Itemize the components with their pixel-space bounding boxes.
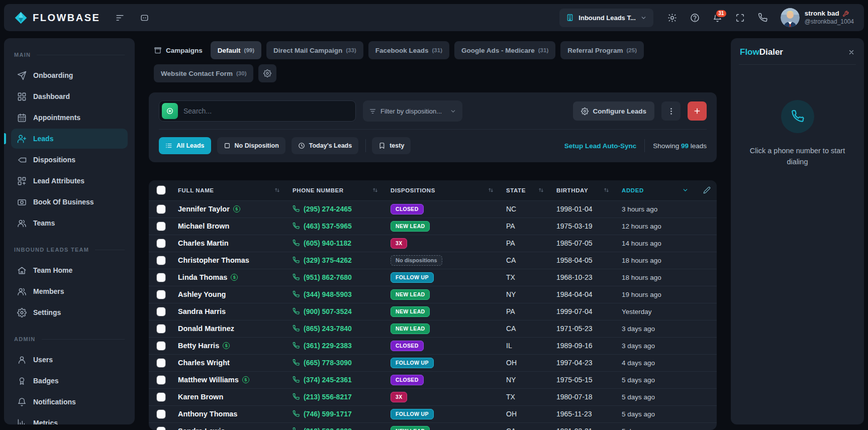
sidebar-item-lead-attributes[interactable]: Lead Attributes: [11, 171, 128, 191]
sidebar-item-book-of-business[interactable]: Book Of Business: [11, 192, 128, 212]
filter-chip-today-s-leads[interactable]: Today's Leads: [292, 137, 358, 154]
campaign-tab-direct-mail-campaign[interactable]: Direct Mail Campaign(33): [266, 41, 363, 59]
full-name-cell[interactable]: Michael Brown: [172, 218, 286, 235]
bookmark-icon: [378, 142, 385, 149]
full-name-cell[interactable]: Betty Harris$: [172, 337, 286, 354]
select-all-checkbox[interactable]: [157, 186, 165, 194]
row-checkbox[interactable]: [157, 290, 165, 299]
phone-number-cell[interactable]: (605) 940-1182: [286, 235, 384, 252]
sidebar-item-onboarding[interactable]: Onboarding: [11, 65, 128, 85]
user-avatar[interactable]: [781, 8, 800, 27]
divider: [644, 139, 645, 152]
disposition-filter-dropdown[interactable]: Filter by disposition...: [363, 100, 462, 122]
full-name-cell[interactable]: Jennifer Taylor$: [172, 200, 286, 218]
full-name-cell[interactable]: Charles Wright: [172, 354, 286, 371]
full-name-cell[interactable]: Ashley Young: [172, 286, 286, 303]
column-header-birthday[interactable]: BIRTHDAY: [550, 180, 616, 200]
column-header-full-name[interactable]: FULL NAME: [172, 180, 286, 200]
full-name-cell[interactable]: Christopher Thomas: [172, 252, 286, 269]
filter-chip-testy[interactable]: testy: [372, 137, 411, 154]
full-name-cell[interactable]: Anthony Thomas: [172, 405, 286, 422]
close-icon[interactable]: [848, 49, 855, 56]
dispositions-cell: FOLLOW UP: [384, 354, 500, 371]
campaign-tab-facebook-leads[interactable]: Facebook Leads(31): [368, 41, 449, 59]
filter-chip-all-leads[interactable]: All Leads: [159, 137, 211, 154]
notifications-button[interactable]: 31: [713, 13, 722, 23]
campaign-tab-referral-program[interactable]: Referral Program(25): [560, 41, 644, 59]
row-checkbox[interactable]: [157, 359, 165, 367]
campaign-tab-website-contact-form[interactable]: Website Contact Form(30): [154, 64, 253, 82]
full-name-cell[interactable]: Matthew Williams$: [172, 371, 286, 388]
full-name-cell[interactable]: Karen Brown: [172, 388, 286, 405]
sidebar-item-dispositions[interactable]: Dispositions: [11, 150, 128, 170]
search-plus-icon[interactable]: [162, 103, 178, 119]
phone-number-cell[interactable]: (295) 274-2465: [286, 200, 384, 218]
phone-number-cell[interactable]: (865) 243-7840: [286, 320, 384, 337]
search-input[interactable]: [178, 107, 350, 115]
column-header-dispositions[interactable]: DISPOSITIONS: [384, 180, 500, 200]
team-selector-dropdown[interactable]: Inbound Leads T...: [559, 9, 653, 27]
row-checkbox[interactable]: [157, 273, 165, 282]
phone-number-cell[interactable]: (463) 537-5965: [286, 218, 384, 235]
phone-number-cell[interactable]: (951) 862-7680: [286, 269, 384, 286]
sidebar-item-members[interactable]: Members: [11, 281, 128, 301]
phone-number-cell[interactable]: (329) 375-4262: [286, 252, 384, 269]
phone-number-cell[interactable]: (361) 229-2383: [286, 337, 384, 354]
row-actions-cell: [695, 371, 717, 388]
row-checkbox[interactable]: [157, 307, 165, 316]
column-header-state[interactable]: STATE: [500, 180, 550, 200]
sidebar-item-users[interactable]: Users: [11, 350, 128, 370]
sidebar-item-dashboard[interactable]: Dashboard: [11, 86, 128, 106]
full-name-cell[interactable]: Sandra Harris: [172, 303, 286, 320]
column-header-added[interactable]: ADDED: [616, 180, 695, 200]
rocket-icon: [17, 71, 27, 80]
phone-number-cell[interactable]: (900) 507-3524: [286, 303, 384, 320]
fullscreen-button[interactable]: [735, 13, 745, 23]
theme-toggle-button[interactable]: [667, 13, 677, 23]
user-info[interactable]: stronk bad @stronkbad_1004: [805, 10, 854, 26]
sidebar-item-metrics[interactable]: Metrics: [11, 413, 128, 424]
filter-chip-no-disposition[interactable]: No Disposition: [217, 137, 285, 154]
full-name-cell[interactable]: Donald Martinez: [172, 320, 286, 337]
added-cell: 5 days ago: [616, 405, 695, 422]
row-checkbox[interactable]: [157, 342, 165, 350]
phone-number-cell[interactable]: (374) 245-2361: [286, 371, 384, 388]
sidebar-item-appointments[interactable]: Appointments: [11, 108, 128, 128]
configure-leads-button[interactable]: Configure Leads: [573, 101, 654, 121]
row-checkbox[interactable]: [157, 376, 165, 384]
column-header-phone-number[interactable]: PHONE NUMBER: [286, 180, 384, 200]
full-name-cell[interactable]: Linda Thomas$: [172, 269, 286, 286]
phone-number-cell[interactable]: (213) 556-8217: [286, 388, 384, 405]
sidebar-item-notifications[interactable]: Notifications: [11, 392, 128, 412]
phone-number-cell[interactable]: (665) 778-3090: [286, 354, 384, 371]
full-name-cell[interactable]: Charles Martin: [172, 235, 286, 252]
sidebar-item-settings[interactable]: Settings: [11, 302, 128, 322]
sidebar-item-team-home[interactable]: Team Home: [11, 260, 128, 280]
help-button[interactable]: [690, 13, 700, 23]
add-lead-button[interactable]: [688, 101, 707, 121]
full-name-cell[interactable]: Sandra Lewis: [172, 422, 286, 430]
more-options-button[interactable]: [661, 101, 681, 121]
funnel-lines-icon[interactable]: [115, 13, 125, 23]
sidebar-item-teams[interactable]: Teams: [11, 213, 128, 233]
row-checkbox[interactable]: [157, 427, 165, 430]
dialer-toggle-button[interactable]: [758, 13, 767, 23]
phone-number-cell[interactable]: (344) 948-5903: [286, 286, 384, 303]
chat-bot-icon[interactable]: [140, 13, 149, 23]
sidebar-item-leads[interactable]: Leads: [11, 129, 128, 149]
campaign-settings-button[interactable]: [258, 64, 276, 82]
row-checkbox[interactable]: [157, 239, 165, 248]
phone-number-cell[interactable]: (318) 593-6098: [286, 422, 384, 430]
campaign-tab-default[interactable]: Default(99): [211, 41, 261, 59]
setup-auto-sync-link[interactable]: Setup Lead Auto-Sync: [564, 142, 637, 150]
phone-number-cell[interactable]: (746) 599-1717: [286, 405, 384, 422]
campaign-tab-google-ads-medicare[interactable]: Google Ads - Medicare(31): [454, 41, 555, 59]
row-checkbox[interactable]: [157, 222, 165, 231]
edit-columns-button[interactable]: [695, 180, 717, 200]
row-checkbox[interactable]: [157, 393, 165, 401]
row-checkbox[interactable]: [157, 205, 165, 213]
row-checkbox[interactable]: [157, 256, 165, 265]
row-checkbox[interactable]: [157, 410, 165, 418]
row-checkbox[interactable]: [157, 325, 165, 333]
sidebar-item-badges[interactable]: Badges: [11, 371, 128, 391]
